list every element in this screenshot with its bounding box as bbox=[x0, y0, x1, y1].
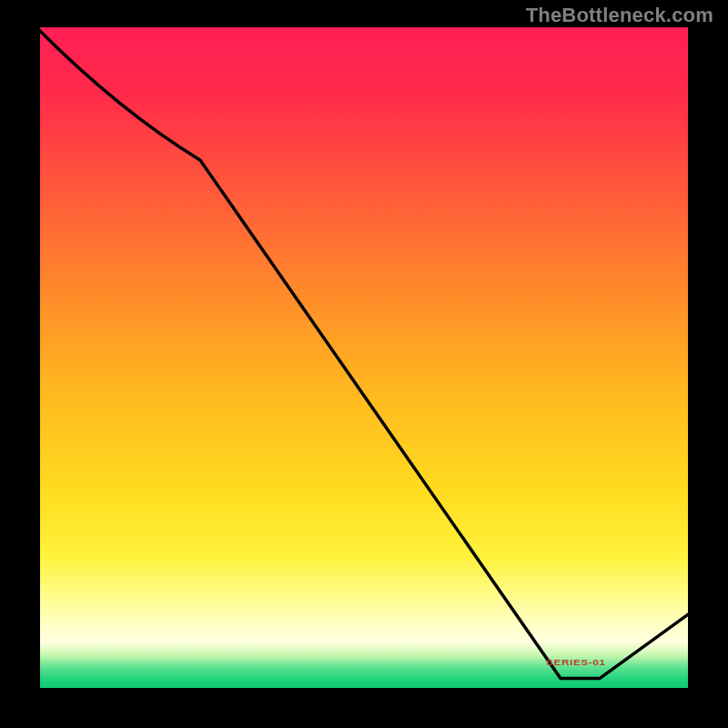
series-label: SERIES-01 bbox=[546, 658, 606, 667]
plot-area: SERIES-01 bbox=[36, 27, 692, 692]
chart-frame: TheBottleneck.com SERIES-01 bbox=[0, 0, 728, 728]
attribution-watermark: TheBottleneck.com bbox=[526, 4, 713, 27]
plot-gradient-background bbox=[36, 27, 692, 692]
